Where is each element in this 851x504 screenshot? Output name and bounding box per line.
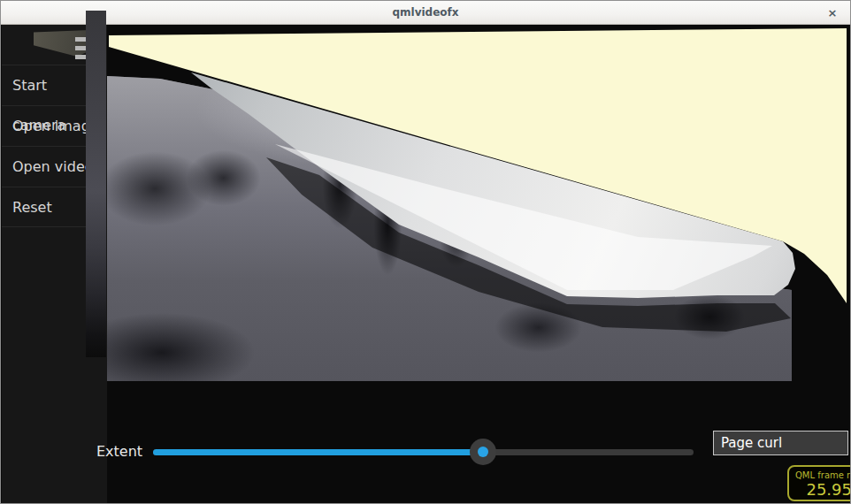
slider-handle[interactable] — [470, 439, 496, 465]
fps-badge-label: QML frame r... — [795, 470, 851, 480]
effect-selector-button[interactable]: Page curl — [713, 431, 848, 455]
extent-slider-label: Extent — [96, 443, 142, 460]
sidebar-item-open-video[interactable]: Open video — [2, 146, 99, 187]
window-title: qmlvideofx — [392, 6, 458, 19]
sidebar-item-start-camera[interactable]: Start camera — [2, 65, 99, 105]
slider-fill — [153, 449, 483, 455]
sidebar-menu: Start camera Open image Open video Reset — [2, 65, 99, 227]
sidebar-item-open-image[interactable]: Open image — [2, 105, 99, 146]
sidebar-translucent-edge — [86, 11, 106, 357]
fps-badge: QML frame r... 25.95 — [787, 465, 851, 501]
fps-badge-value: 25.95 — [795, 480, 851, 499]
app-window: qmlvideofx × Start camera Open image Ope… — [0, 0, 851, 504]
close-icon[interactable]: × — [824, 4, 841, 22]
title-bar: qmlvideofx × — [1, 1, 850, 25]
sidebar-item-reset[interactable]: Reset — [2, 187, 99, 227]
slider-handle-dot — [478, 447, 488, 457]
extent-slider[interactable] — [153, 439, 694, 465]
